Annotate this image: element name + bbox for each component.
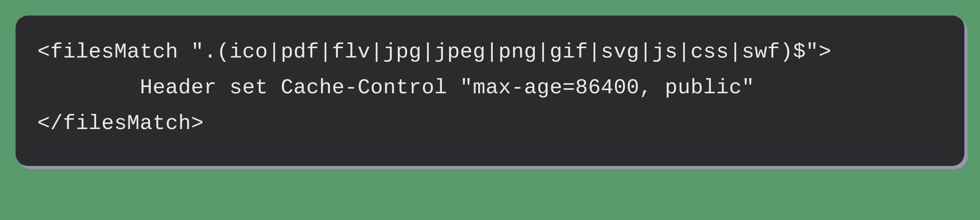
code-block: <filesMatch ".(ico|pdf|flv|jpg|jpeg|png|… bbox=[16, 16, 964, 166]
code-line-3: </filesMatch> bbox=[37, 106, 943, 141]
code-line-1: <filesMatch ".(ico|pdf|flv|jpg|jpeg|png|… bbox=[37, 34, 943, 70]
code-line-2: Header set Cache-Control "max-age=86400,… bbox=[37, 70, 943, 106]
